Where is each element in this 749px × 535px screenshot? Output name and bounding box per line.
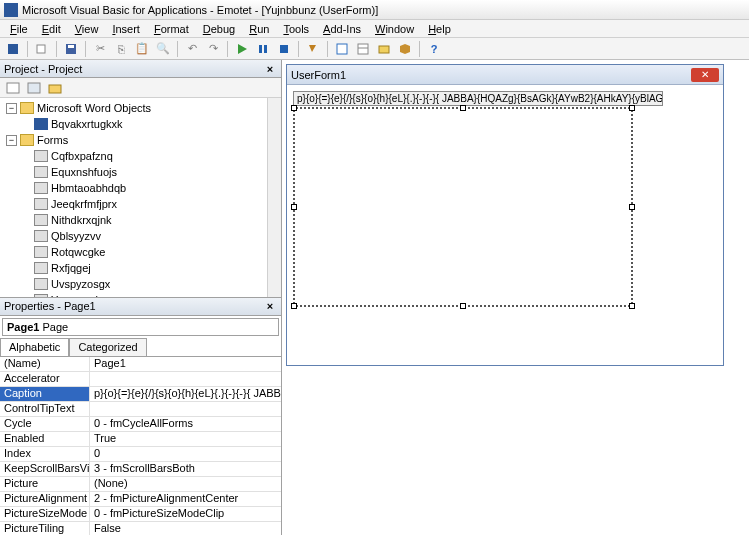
paste-button[interactable]: 📋 (133, 40, 151, 58)
insert-dropdown[interactable] (33, 40, 51, 58)
svg-rect-14 (7, 83, 19, 93)
project-explorer-button[interactable] (333, 40, 351, 58)
copy-button[interactable]: ⎘ (112, 40, 130, 58)
properties-object-select[interactable]: Page1 Page (2, 318, 279, 336)
view-code-button[interactable] (4, 79, 22, 97)
property-value[interactable] (90, 372, 281, 386)
tree-item-form[interactable]: Ymxcvqyl (2, 292, 279, 297)
userform-designer[interactable]: UserForm1 ✕ p}{o}{=}{e}{/}{s}{o}{h}{eL}{… (286, 64, 724, 366)
save-button[interactable] (62, 40, 80, 58)
property-row[interactable]: Picture(None) (0, 477, 281, 492)
property-row[interactable]: PictureAlignment2 - fmPictureAlignmentCe… (0, 492, 281, 507)
properties-panel-close[interactable]: × (263, 299, 277, 313)
menu-format[interactable]: Format (148, 21, 195, 37)
break-button[interactable] (254, 40, 272, 58)
menu-view[interactable]: View (69, 21, 105, 37)
menu-help[interactable]: Help (422, 21, 457, 37)
find-button[interactable]: 🔍 (154, 40, 172, 58)
property-value[interactable]: Page1 (90, 357, 281, 371)
menu-window[interactable]: Window (369, 21, 420, 37)
project-panel-title: Project - Project (4, 63, 82, 75)
property-row[interactable]: Cycle0 - fmCycleAllForms (0, 417, 281, 432)
property-row[interactable]: Captionp}{o}{=}{e}{/}{s}{o}{h}{eL}{.}{-}… (0, 387, 281, 402)
designer-area: UserForm1 ✕ p}{o}{=}{e}{/}{s}{o}{h}{eL}{… (282, 60, 749, 535)
property-value[interactable]: False (90, 522, 281, 536)
property-row[interactable]: ControlTipText (0, 402, 281, 417)
tree-label: Hbmtaoabhdqb (51, 182, 126, 194)
tree-item-form[interactable]: Equxnshfuojs (2, 164, 279, 180)
tree-toggle-icon[interactable]: − (6, 103, 17, 114)
svg-marker-8 (309, 45, 316, 52)
userform-canvas[interactable]: p}{o}{=}{e}{/}{s}{o}{h}{eL}{.}{-}{-}{ JA… (287, 85, 723, 365)
undo-button[interactable]: ↶ (183, 40, 201, 58)
property-row[interactable]: (Name)Page1 (0, 357, 281, 372)
property-name: Cycle (0, 417, 90, 431)
svg-rect-7 (280, 45, 288, 53)
run-button[interactable] (233, 40, 251, 58)
help-button[interactable]: ? (425, 40, 443, 58)
property-name: Index (0, 447, 90, 461)
svg-rect-3 (68, 45, 74, 48)
property-value[interactable]: 0 - fmPictureSizeModeClip (90, 507, 281, 521)
menu-run[interactable]: Run (243, 21, 275, 37)
menu-add-ins[interactable]: Add-Ins (317, 21, 367, 37)
object-browser-button[interactable] (375, 40, 393, 58)
project-panel-close[interactable]: × (263, 62, 277, 76)
tab-alphabetic[interactable]: Alphabetic (0, 338, 69, 356)
property-value[interactable]: p}{o}{=}{e}{/}{s}{o}{h}{eL}{.}{-}{-}{ JA… (90, 387, 281, 401)
property-value[interactable] (90, 402, 281, 416)
property-name: Enabled (0, 432, 90, 446)
main-toolbar: ✂ ⎘ 📋 🔍 ↶ ↷ ? (0, 38, 749, 60)
tree-item-document[interactable]: Bqvakxrtugkxk (2, 116, 279, 132)
object-type: Page (42, 321, 68, 333)
property-name: KeepScrollBarsVisible (0, 462, 90, 476)
cut-button[interactable]: ✂ (91, 40, 109, 58)
reset-button[interactable] (275, 40, 293, 58)
page-caption-control[interactable]: p}{o}{=}{e}{/}{s}{o}{h}{eL}{.}{-}{-}{ JA… (293, 91, 663, 106)
view-word-button[interactable] (4, 40, 22, 58)
tree-item-form[interactable]: Rotqwcgke (2, 244, 279, 260)
property-value[interactable]: 0 - fmCycleAllForms (90, 417, 281, 431)
tree-item-form[interactable]: Nithdkrxqjnk (2, 212, 279, 228)
properties-button[interactable] (354, 40, 372, 58)
menu-edit[interactable]: Edit (36, 21, 67, 37)
tree-word-objects[interactable]: −Microsoft Word Objects (2, 100, 279, 116)
property-row[interactable]: KeepScrollBarsVisible3 - fmScrollBarsBot… (0, 462, 281, 477)
tree-label: Forms (37, 134, 68, 146)
tree-scrollbar[interactable] (267, 98, 281, 297)
property-value[interactable]: 3 - fmScrollBarsBoth (90, 462, 281, 476)
tree-item-form[interactable]: Hbmtaoabhdqb (2, 180, 279, 196)
menu-file[interactable]: File (4, 21, 34, 37)
tree-item-form[interactable]: Jeeqkrfmfjprx (2, 196, 279, 212)
userform-close-button[interactable]: ✕ (691, 68, 719, 82)
toggle-folders-button[interactable] (46, 79, 64, 97)
property-value[interactable]: 0 (90, 447, 281, 461)
form-icon (34, 294, 48, 297)
redo-button[interactable]: ↷ (204, 40, 222, 58)
property-row[interactable]: EnabledTrue (0, 432, 281, 447)
properties-grid[interactable]: (Name)Page1AcceleratorCaptionp}{o}{=}{e}… (0, 356, 281, 536)
tree-forms[interactable]: −Forms (2, 132, 279, 148)
property-value[interactable]: (None) (90, 477, 281, 491)
toolbox-button[interactable] (396, 40, 414, 58)
menu-tools[interactable]: Tools (277, 21, 315, 37)
project-tree[interactable]: −Microsoft Word ObjectsBqvakxrtugkxk−For… (0, 98, 281, 297)
design-mode-button[interactable] (304, 40, 322, 58)
tree-item-form[interactable]: Cqfbxpafznq (2, 148, 279, 164)
menubar: FileEditViewInsertFormatDebugRunToolsAdd… (0, 20, 749, 38)
tree-toggle-icon[interactable]: − (6, 135, 17, 146)
property-row[interactable]: Index0 (0, 447, 281, 462)
property-value[interactable]: 2 - fmPictureAlignmentCenter (90, 492, 281, 506)
menu-insert[interactable]: Insert (106, 21, 146, 37)
tree-item-form[interactable]: Uvspyzosgx (2, 276, 279, 292)
property-row[interactable]: Accelerator (0, 372, 281, 387)
tab-categorized[interactable]: Categorized (69, 338, 146, 356)
property-value[interactable]: True (90, 432, 281, 446)
property-row[interactable]: PictureTilingFalse (0, 522, 281, 536)
folder-icon (20, 134, 34, 146)
property-row[interactable]: PictureSizeMode0 - fmPictureSizeModeClip (0, 507, 281, 522)
tree-item-form[interactable]: Qblsyyzvv (2, 228, 279, 244)
menu-debug[interactable]: Debug (197, 21, 241, 37)
view-object-button[interactable] (25, 79, 43, 97)
tree-item-form[interactable]: Rxfjqgej (2, 260, 279, 276)
